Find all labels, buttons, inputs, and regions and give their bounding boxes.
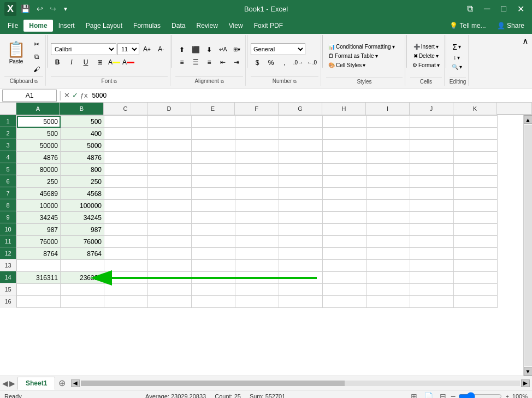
sort-filter-button[interactable]: ↕ ▾ bbox=[450, 54, 464, 62]
cell-b9[interactable]: 34245 bbox=[61, 212, 104, 224]
cell-d10[interactable] bbox=[148, 224, 192, 236]
cell-e1[interactable] bbox=[192, 116, 235, 128]
format-painter-button[interactable]: 🖌 bbox=[30, 63, 43, 75]
menu-review[interactable]: Review bbox=[191, 20, 223, 32]
copy-button[interactable]: ⧉ bbox=[30, 51, 43, 63]
cell-i13[interactable] bbox=[367, 260, 410, 272]
cell-d6[interactable] bbox=[148, 176, 192, 188]
cell-b2[interactable]: 400 bbox=[61, 128, 104, 140]
scroll-right-button[interactable]: ▶ bbox=[521, 379, 530, 387]
cell-i3[interactable] bbox=[367, 140, 410, 152]
cell-g12[interactable] bbox=[279, 248, 323, 260]
cell-f16[interactable] bbox=[235, 296, 279, 308]
cell-e3[interactable] bbox=[192, 140, 235, 152]
cell-f10[interactable] bbox=[235, 224, 279, 236]
format-as-table-button[interactable]: 🗒 Format as Table ▾ bbox=[326, 52, 403, 60]
cell-e6[interactable] bbox=[192, 176, 235, 188]
row-header-12[interactable]: 12 bbox=[0, 247, 16, 259]
cell-c16[interactable] bbox=[104, 296, 148, 308]
cell-a12[interactable]: 8764 bbox=[17, 248, 61, 260]
cell-k4[interactable] bbox=[454, 152, 498, 164]
close-button[interactable]: ✕ bbox=[514, 3, 528, 15]
cell-b16[interactable] bbox=[61, 296, 104, 308]
cell-h8[interactable] bbox=[323, 200, 367, 212]
cell-b13[interactable] bbox=[61, 260, 104, 272]
cell-styles-button[interactable]: 🎨 Cell Styles ▾ bbox=[326, 61, 403, 69]
row-header-16[interactable]: 16 bbox=[0, 295, 16, 307]
cell-a3[interactable]: 50000 bbox=[17, 140, 61, 152]
cell-b8[interactable]: 100000 bbox=[61, 200, 104, 212]
cut-button[interactable]: ✂ bbox=[30, 38, 43, 50]
cell-e10[interactable] bbox=[192, 224, 235, 236]
autosum-button[interactable]: Σ ▾ bbox=[450, 41, 464, 52]
cell-k5[interactable] bbox=[454, 164, 498, 176]
insert-button[interactable]: ➕ Insert ▾ bbox=[410, 43, 442, 51]
cell-k6[interactable] bbox=[454, 176, 498, 188]
cell-j5[interactable] bbox=[410, 164, 454, 176]
cell-d16[interactable] bbox=[148, 296, 192, 308]
cell-c1[interactable] bbox=[104, 116, 148, 128]
cell-b14[interactable]: 236390 bbox=[61, 272, 104, 284]
cell-d13[interactable] bbox=[148, 260, 192, 272]
cell-h9[interactable] bbox=[323, 212, 367, 224]
increase-decimal-button[interactable]: .0→ bbox=[292, 57, 305, 69]
cell-d14[interactable] bbox=[148, 272, 192, 284]
cell-j1[interactable] bbox=[410, 116, 454, 128]
format-button[interactable]: ⚙ Format ▾ bbox=[410, 61, 442, 69]
cell-i16[interactable] bbox=[367, 296, 410, 308]
cell-e4[interactable] bbox=[192, 152, 235, 164]
align-left-button[interactable]: ≡ bbox=[175, 56, 188, 68]
cell-c10[interactable] bbox=[104, 224, 148, 236]
row-header-1[interactable]: 1 bbox=[0, 115, 16, 127]
cell-h3[interactable] bbox=[323, 140, 367, 152]
cell-d15[interactable] bbox=[148, 284, 192, 296]
cell-f11[interactable] bbox=[235, 236, 279, 248]
menu-insert[interactable]: Insert bbox=[53, 20, 80, 32]
cell-k8[interactable] bbox=[454, 200, 498, 212]
cell-c14[interactable] bbox=[104, 272, 148, 284]
cell-k3[interactable] bbox=[454, 140, 498, 152]
cell-k7[interactable] bbox=[454, 188, 498, 200]
conditional-formatting-button[interactable]: 📊 Conditional Formatting ▾ bbox=[326, 43, 403, 51]
menu-home[interactable]: Home bbox=[23, 20, 52, 32]
cell-k9[interactable] bbox=[454, 212, 498, 224]
save-quick-button[interactable]: 💾 bbox=[19, 3, 32, 14]
row-header-4[interactable]: 4 bbox=[0, 151, 16, 163]
merge-center-button[interactable]: ⊞▾ bbox=[230, 44, 243, 56]
cell-e8[interactable] bbox=[192, 200, 235, 212]
scroll-down-button[interactable]: ▼ bbox=[524, 367, 533, 376]
cell-g15[interactable] bbox=[279, 284, 323, 296]
cell-e14[interactable] bbox=[192, 272, 235, 284]
cell-j8[interactable] bbox=[410, 200, 454, 212]
cell-c13[interactable] bbox=[104, 260, 148, 272]
menu-page-layout[interactable]: Page Layout bbox=[80, 20, 128, 32]
cell-f6[interactable] bbox=[235, 176, 279, 188]
cell-j11[interactable] bbox=[410, 236, 454, 248]
cell-h16[interactable] bbox=[323, 296, 367, 308]
cell-f3[interactable] bbox=[235, 140, 279, 152]
cell-h6[interactable] bbox=[323, 176, 367, 188]
confirm-formula-button[interactable]: ✓ bbox=[72, 91, 78, 99]
cell-e16[interactable] bbox=[192, 296, 235, 308]
cell-d9[interactable] bbox=[148, 212, 192, 224]
row-header-10[interactable]: 10 bbox=[0, 223, 16, 235]
formula-input[interactable] bbox=[90, 90, 530, 102]
cell-h1[interactable] bbox=[323, 116, 367, 128]
number-format-select[interactable]: General bbox=[251, 43, 305, 55]
cell-k14[interactable] bbox=[454, 272, 498, 284]
cell-g9[interactable] bbox=[279, 212, 323, 224]
maximize-button[interactable]: □ bbox=[498, 3, 510, 15]
cell-b5[interactable]: 800 bbox=[61, 164, 104, 176]
cell-e15[interactable] bbox=[192, 284, 235, 296]
cell-a6[interactable]: 250 bbox=[17, 176, 61, 188]
cell-b10[interactable]: 987 bbox=[61, 224, 104, 236]
cell-j12[interactable] bbox=[410, 248, 454, 260]
cell-h12[interactable] bbox=[323, 248, 367, 260]
cancel-formula-button[interactable]: ✕ bbox=[64, 91, 70, 99]
cell-e11[interactable] bbox=[192, 236, 235, 248]
cell-c6[interactable] bbox=[104, 176, 148, 188]
row-header-3[interactable]: 3 bbox=[0, 139, 16, 151]
border-button[interactable]: ⊞ bbox=[93, 56, 107, 68]
cell-a8[interactable]: 10000 bbox=[17, 200, 61, 212]
cell-d1[interactable] bbox=[148, 116, 192, 128]
